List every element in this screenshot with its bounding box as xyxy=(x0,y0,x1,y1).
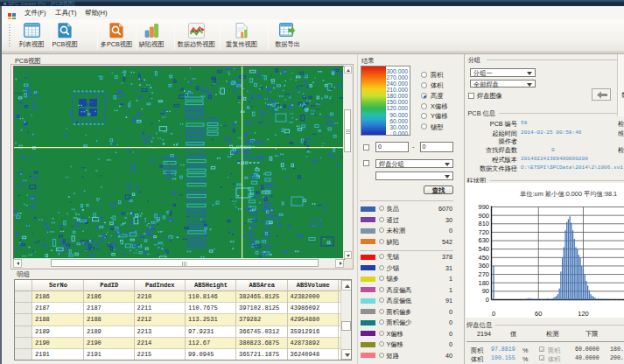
svg-text:120: 120 xyxy=(578,310,589,318)
svg-text:0: 0 xyxy=(486,296,489,304)
svg-text:540: 540 xyxy=(478,245,489,253)
svg-text:990: 990 xyxy=(478,203,489,211)
svg-text:720: 720 xyxy=(478,228,489,236)
svg-text:90: 90 xyxy=(482,287,489,295)
svg-text:450: 450 xyxy=(478,254,489,262)
svg-text:180: 180 xyxy=(478,279,489,287)
svg-text:60: 60 xyxy=(535,310,542,318)
svg-text:0: 0 xyxy=(492,310,495,318)
svg-text:810: 810 xyxy=(478,220,489,228)
svg-text:630: 630 xyxy=(478,236,489,244)
svg-text:360: 360 xyxy=(478,262,489,270)
svg-text:900: 900 xyxy=(478,212,489,220)
svg-text:单位:um 最小值:0.000 平均值:98.1: 单位:um 最小值:0.000 平均值:98.1 xyxy=(520,190,617,198)
svg-text:270: 270 xyxy=(478,270,489,278)
